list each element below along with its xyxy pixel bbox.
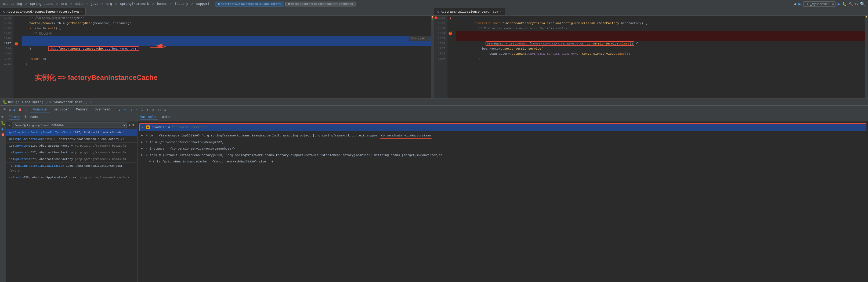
m-icon: M	[288, 2, 290, 6]
search-icon[interactable]: 🔍	[860, 1, 865, 7]
var-item-instance[interactable]: ▶ ≡ instance = {ConversionServiceFactory…	[137, 146, 868, 152]
breadcrumb-item-8[interactable]: factory	[175, 2, 188, 6]
editor-tab-right-0[interactable]: C AbstractApplicationContext.java ✕	[434, 8, 505, 15]
frame-item-5[interactable]: finishBeanFactoryInitialization:1055, Ab…	[6, 163, 137, 174]
breadcrumb-item-1[interactable]: spring-beans	[30, 2, 53, 6]
frame-item-2[interactable]: isTypeMatch:816, AbstractBeanFactory (or…	[6, 143, 137, 149]
frame-item-1[interactable]: getTypeForFactoryBean:1086, AbstractAuto…	[6, 136, 137, 143]
right-code-line-1054: if (beanFactory.containsBean(CONVERSION_…	[456, 31, 865, 36]
debug-panels: 👁 🐛 ▶ ⏹ Frames Threads ✔ "main"@1 in gro…	[0, 114, 868, 282]
side-icon-restart[interactable]: ↺	[24, 107, 28, 113]
var-item-this[interactable]: ▶ ≡ this = {DefaultListableBeanFactory@2…	[137, 152, 868, 158]
right-code-content: protected void finishBeanFactoryInitiali…	[453, 15, 868, 98]
build-button[interactable]: 🔨	[849, 2, 853, 6]
right-scroll-indicators	[865, 15, 868, 98]
side-icon-stop[interactable]: ⏹	[18, 107, 23, 112]
close-debug-session[interactable]: ✕	[91, 100, 92, 104]
right-breakpoint-icon[interactable]: ●	[447, 15, 453, 21]
code-line-1246: this.factoryBeanInstanceCache.put(beanNa…	[22, 36, 431, 41]
run-config-selector[interactable]: T8_MyConverter	[803, 1, 836, 7]
code-line-1244: if (bw != null) {	[22, 26, 431, 31]
var-item-fb[interactable]: ▶ ≡ fb = {ConversionServiceFactoryBean@2…	[137, 139, 868, 146]
breadcrumb-item-9[interactable]: support	[196, 2, 210, 6]
bw-suffix-box: ConversionServiceFactoryBean	[380, 133, 432, 139]
frame-item-3[interactable]: isTypeMatch:627, AbstractBeanFactory (or…	[6, 149, 137, 156]
breadcrumb-item-5[interactable]: org	[106, 2, 112, 6]
close-tab-right-0[interactable]: ✕	[500, 10, 501, 13]
side-eye-icon[interactable]: 👁	[1, 115, 5, 119]
breadcrumb-tab-1[interactable]: M getSingletonFactoryBeanForTypeCheck	[285, 2, 356, 6]
thread-nav-down[interactable]: ▼	[132, 123, 134, 127]
side-icon-settings[interactable]: ⚙	[8, 107, 12, 113]
right-line-numbers: 🔴1051 1052 1053 1054 1055 1056 1057 1058…	[434, 15, 447, 98]
debug-tab-memory[interactable]: Memory	[73, 107, 91, 113]
vars-header: Variables Watches	[137, 114, 868, 121]
debug-tab-debugger[interactable]: Debugger	[51, 107, 72, 113]
frame-item-0[interactable]: getSingletonFactoryBeanForTypeCheck:1247…	[6, 129, 137, 136]
debug-toolbar: 👁 ⚙ ▶ ⏹ ↺ Console Debugger Memory Overhe…	[0, 106, 868, 114]
right-code-line-1053: // 1. 设置conversionService	[456, 26, 865, 31]
debug-button[interactable]: 🐛	[842, 2, 846, 6]
watches-tab[interactable]: Watches	[162, 115, 175, 120]
right-editor-pane: 🔴1051 1052 1053 1054 1055 1056 1057 1058…	[434, 15, 868, 98]
update-button[interactable]: ↻	[855, 1, 858, 7]
c-icon: C	[218, 2, 220, 6]
right-code-line-1056: beanFactory.setConversionService(	[456, 41, 865, 46]
frame-item-4[interactable]: isTypeMatch:877, AbstractBeanFactory (or…	[6, 156, 137, 163]
right-gutter: ● 🍎	[447, 15, 453, 98]
breadcrumb-item-4[interactable]: java	[91, 2, 98, 6]
debug-layout-btn[interactable]: □	[157, 107, 162, 113]
breadcrumb-tabs: C AbstractAutowireCapableBeanFactory M g…	[215, 2, 356, 6]
frame-item-6[interactable]: refresh:638, AbstractApplicationContext …	[6, 174, 137, 181]
side-icons-bar: 👁 🐛 ▶ ⏹	[0, 114, 6, 282]
vars-list: ▶ p beanName = "conversionService" ▶ ≡ b…	[137, 121, 868, 282]
debug-step-into-btn[interactable]: ↓	[129, 107, 134, 113]
debug-close-btn[interactable]: ✕	[150, 107, 156, 113]
breadcrumb-item-7[interactable]: beans	[157, 2, 167, 6]
debug-session-icon: 🐛	[3, 100, 7, 104]
frames-panel: Frames Threads ✔ "main"@1 in group "main…	[6, 114, 137, 282]
beanname-icon: p	[146, 126, 150, 129]
var-item-beanName[interactable]: ▶ p beanName = "conversionService"	[139, 123, 866, 131]
nav-forward-button[interactable]: ▶	[799, 1, 801, 7]
code-line-1248: }	[22, 46, 431, 51]
side-icons-strip: 👁 ⚙ ▶ ⏹ ↺	[2, 107, 28, 113]
right-code-line-1057: beanFactory.getBean(CONVERSION_SERVICE_B…	[456, 46, 865, 51]
breadcrumb-tab-0[interactable]: C AbstractAutowireCapableBeanFactory	[215, 2, 284, 6]
side-icon-eye[interactable]: 👁	[2, 107, 7, 112]
tab-c-icon-1: C	[437, 10, 439, 13]
breadcrumb-item-6[interactable]: springframework	[120, 2, 149, 6]
code-line-1245: // 放入缓存	[22, 31, 431, 36]
breadcrumb-item-2[interactable]: src	[61, 2, 67, 6]
debug-step-out-btn[interactable]: ↑	[134, 107, 139, 113]
side-run-icon[interactable]: ▶	[2, 127, 4, 131]
debug-tab-console[interactable]: Console	[30, 107, 50, 113]
breakpoint-icon[interactable]: 🍎	[13, 41, 19, 46]
left-gutter: 🍎	[13, 15, 19, 98]
run-button[interactable]: ▶	[838, 1, 840, 7]
var-item-bw[interactable]: ▶ ≡ bw = {BeanWrapperImpl@2386} "org.spr…	[137, 132, 868, 139]
breadcrumb-item-0[interactable]: mca_spring	[3, 2, 22, 6]
frames-tab[interactable]: Frames	[9, 115, 20, 120]
editor-tab-left-0[interactable]: C AbstractAutowireCapableBeanFactory.jav…	[0, 8, 86, 15]
debug-lines-btn[interactable]: ≡	[117, 107, 122, 113]
breadcrumb-item-3[interactable]: main	[75, 2, 83, 6]
bw-eq-icon: ≡	[146, 133, 148, 138]
threads-tab[interactable]: Threads	[25, 115, 38, 120]
variables-tab[interactable]: Variables	[140, 115, 158, 120]
debug-eval-btn[interactable]: ↑	[145, 107, 150, 113]
left-editor-pane: 1242 1243 1244 1245 1246 1247 1248 1249 …	[0, 15, 434, 98]
side-icon-play[interactable]: ▶	[12, 107, 17, 113]
close-tab-left-0[interactable]: ✕	[81, 10, 82, 13]
thread-dropdown[interactable]: "main"@1 in group "main": RUNNING	[12, 122, 127, 128]
debug-more-btn[interactable]: ≡	[163, 107, 168, 113]
thread-nav-up[interactable]: ▲	[128, 123, 130, 127]
nav-back-button[interactable]: ◀	[794, 1, 796, 7]
debug-tab-overhead[interactable]: Overhead	[92, 107, 114, 113]
code-line-1250: return fb;	[22, 56, 431, 61]
side-stop-icon[interactable]: ⏹	[1, 133, 5, 137]
debug-step-over-btn[interactable]: ↷	[122, 107, 128, 113]
side-debug-icon[interactable]: 🐛	[1, 121, 5, 125]
debug-run-to-cursor-btn[interactable]: ⤵	[140, 107, 145, 113]
var-item-fbic[interactable]: ○ ≡ this.factoryBeanInstanceCache = {Con…	[137, 158, 868, 165]
